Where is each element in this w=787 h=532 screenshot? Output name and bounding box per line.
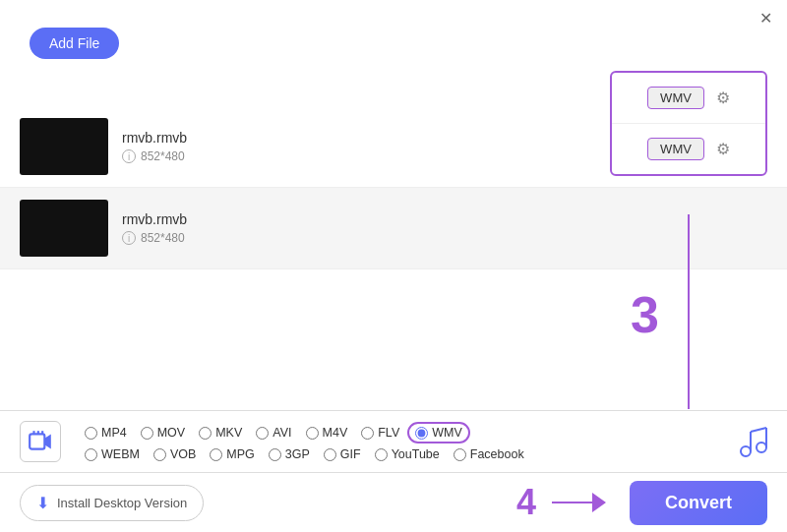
add-file-button[interactable]: Add File bbox=[30, 28, 119, 59]
step-4-label: 4 bbox=[516, 482, 536, 523]
radio-mkv[interactable]: MKV bbox=[193, 426, 248, 440]
radio-input-mpg[interactable] bbox=[210, 448, 222, 461]
radio-avi[interactable]: AVI bbox=[250, 426, 297, 440]
action-bar: ⬇ Install Desktop Version 4 Convert bbox=[0, 473, 787, 532]
radio-input-facebook[interactable] bbox=[454, 448, 466, 461]
format-row-2: WMV ⚙ bbox=[612, 124, 765, 174]
radio-label-mp4: MP4 bbox=[101, 426, 127, 440]
radio-input-m4v[interactable] bbox=[306, 427, 319, 440]
radio-input-mkv[interactable] bbox=[199, 427, 212, 440]
radio-label-avi: AVI bbox=[272, 426, 291, 440]
radio-mpg[interactable]: MPG bbox=[204, 447, 260, 461]
format-box: WMV ⚙ WMV ⚙ bbox=[610, 71, 767, 176]
radio-input-gif[interactable] bbox=[324, 448, 336, 461]
radio-label-3gp: 3GP bbox=[285, 447, 310, 461]
file-thumbnail-1 bbox=[20, 118, 108, 175]
convert-button[interactable]: Convert bbox=[630, 481, 767, 525]
radio-label-wmv: WMV bbox=[432, 426, 462, 440]
close-button[interactable]: ✕ bbox=[756, 8, 775, 28]
arrow-container bbox=[552, 489, 606, 516]
arrow-line bbox=[552, 502, 594, 503]
format-badge-1[interactable]: WMV bbox=[647, 87, 704, 109]
gear-icon-1[interactable]: ⚙ bbox=[716, 89, 730, 107]
install-label: Install Desktop Version bbox=[57, 496, 187, 510]
radio-label-m4v: M4V bbox=[323, 426, 348, 440]
arrow-shape bbox=[552, 489, 606, 516]
svg-point-5 bbox=[741, 446, 751, 456]
format-badge-2[interactable]: WMV bbox=[647, 138, 704, 160]
radio-input-mp4[interactable] bbox=[85, 427, 97, 440]
file-resolution-1: 852*480 bbox=[141, 149, 185, 163]
radio-input-flv[interactable] bbox=[361, 427, 374, 440]
radio-label-flv: FLV bbox=[378, 426, 399, 440]
radio-input-webm[interactable] bbox=[85, 448, 97, 461]
close-icon: ✕ bbox=[759, 9, 772, 28]
file-info-2: rmvb.rmvb i 852*480 bbox=[122, 211, 767, 245]
radio-input-vob[interactable] bbox=[153, 448, 166, 461]
radio-input-avi[interactable] bbox=[256, 427, 269, 440]
video-icon bbox=[20, 421, 61, 462]
radio-label-gif: GIF bbox=[340, 447, 361, 461]
radio-input-3gp[interactable] bbox=[269, 448, 281, 461]
radio-label-mpg: MPG bbox=[226, 447, 254, 461]
format-selector: MP4 MOV MKV AVI M4V FLV bbox=[0, 410, 787, 473]
radio-input-mov[interactable] bbox=[141, 427, 153, 440]
radio-webm[interactable]: WEBM bbox=[79, 447, 146, 461]
radio-mp4[interactable]: MP4 bbox=[79, 426, 133, 440]
radio-label-webm: WEBM bbox=[101, 447, 140, 461]
radio-input-youtube[interactable] bbox=[375, 448, 388, 461]
install-button[interactable]: ⬇ Install Desktop Version bbox=[20, 485, 204, 521]
download-icon: ⬇ bbox=[36, 494, 49, 512]
file-resolution-2: 852*480 bbox=[141, 231, 185, 245]
radio-label-youtube: YouTube bbox=[392, 447, 440, 461]
gear-icon-2[interactable]: ⚙ bbox=[716, 140, 730, 158]
file-thumbnail-2 bbox=[20, 200, 108, 257]
diagonal-arrow-line bbox=[688, 214, 690, 409]
radio-vob[interactable]: VOB bbox=[148, 447, 202, 461]
file-item-2: rmvb.rmvb i 852*480 bbox=[0, 188, 787, 269]
step-3-label: 3 bbox=[631, 285, 659, 344]
radio-gif[interactable]: GIF bbox=[318, 447, 367, 461]
radio-label-facebook: Facebook bbox=[470, 447, 524, 461]
arrow-head bbox=[592, 493, 606, 512]
file-meta-2: i 852*480 bbox=[122, 231, 767, 245]
radio-flv[interactable]: FLV bbox=[355, 426, 405, 440]
radio-label-mov: MOV bbox=[157, 426, 185, 440]
radio-input-wmv[interactable] bbox=[415, 427, 428, 440]
info-icon-1: i bbox=[122, 149, 136, 163]
radio-label-mkv: MKV bbox=[215, 426, 242, 440]
svg-line-9 bbox=[751, 428, 766, 432]
info-icon-2: i bbox=[122, 231, 136, 245]
radio-3gp[interactable]: 3GP bbox=[263, 447, 316, 461]
radio-facebook[interactable]: Facebook bbox=[448, 447, 530, 461]
file-name-2: rmvb.rmvb bbox=[122, 211, 767, 227]
radio-youtube[interactable]: YouTube bbox=[369, 447, 446, 461]
svg-rect-0 bbox=[30, 434, 44, 448]
radio-m4v[interactable]: M4V bbox=[300, 426, 354, 440]
audio-icon bbox=[740, 426, 767, 457]
radio-wmv[interactable]: WMV bbox=[407, 422, 470, 443]
svg-point-6 bbox=[757, 443, 766, 452]
title-bar: ✕ bbox=[0, 0, 787, 35]
format-row-1: WMV ⚙ bbox=[612, 73, 765, 124]
radio-label-vob: VOB bbox=[170, 447, 196, 461]
radio-mov[interactable]: MOV bbox=[135, 426, 191, 440]
